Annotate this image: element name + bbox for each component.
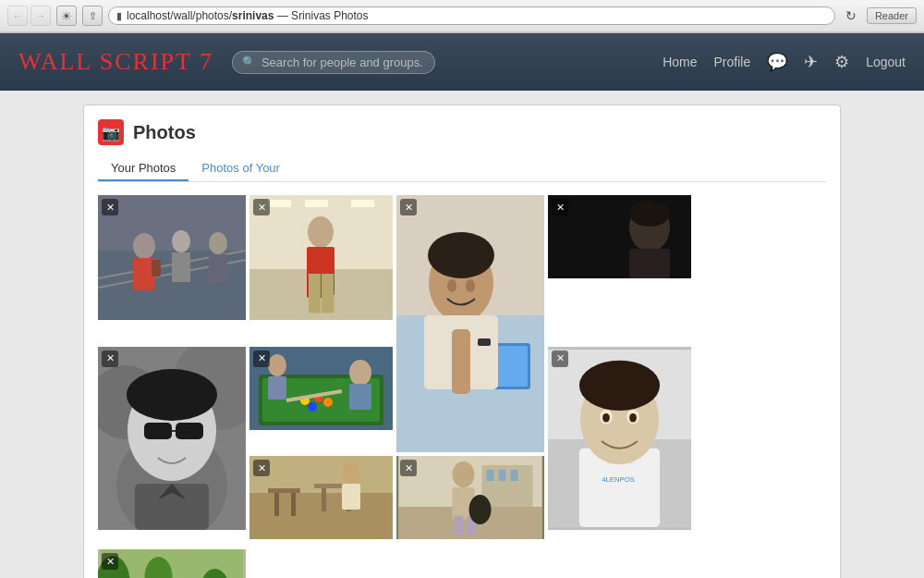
svg-point-57 [349,360,371,386]
svg-point-8 [209,232,227,254]
close-button[interactable]: ✕ [253,460,270,476]
close-button[interactable]: ✕ [102,350,118,367]
close-button[interactable]: ✕ [400,199,417,215]
logout-link[interactable]: Logout [866,55,906,69]
svg-rect-45 [144,423,172,439]
close-button[interactable]: ✕ [552,350,568,367]
svg-rect-46 [176,423,203,439]
svg-point-55 [308,402,317,412]
photo-item[interactable]: ✕ [98,195,246,320]
search-input[interactable] [261,55,425,69]
site-logo: WALL SCRIPT 7 [18,48,213,76]
svg-rect-22 [322,274,334,313]
photo-item[interactable]: ✕ [249,347,393,430]
photos-icon: 📷 [98,119,124,145]
photo-item[interactable]: ✕ [98,347,246,530]
svg-rect-58 [349,384,371,410]
svg-rect-89 [511,470,518,481]
photo-tabs: Your Photos Photos of Your [98,156,826,182]
svg-rect-77 [291,493,296,516]
cloud-button[interactable]: ☀ [56,6,77,26]
reader-button[interactable]: Reader [867,7,917,24]
content-wrapper: 📷 Photos Your Photos Photos of Your ✕ [83,105,841,578]
svg-rect-10 [152,260,161,277]
svg-point-29 [428,232,494,278]
home-link[interactable]: Home [663,55,697,69]
svg-rect-76 [274,493,279,516]
svg-point-56 [323,398,333,407]
globe-icon[interactable]: ✈ [804,52,818,72]
svg-point-31 [466,279,475,292]
share-button[interactable]: ⇧ [82,6,103,26]
address-text: localhost/wall/photos/srinivas — Sriniva… [127,9,369,22]
svg-rect-7 [172,252,190,282]
svg-point-60 [268,354,286,376]
svg-point-44 [127,369,217,421]
forward-button[interactable]: → [30,6,51,26]
photo-item[interactable]: ✕ [396,456,544,539]
svg-text:4LENPOS: 4LENPOS [602,475,635,484]
svg-rect-16 [351,200,374,207]
browser-chrome: ← → ☀ ⇧ ▮ localhost/wall/photos/srinivas… [0,0,924,33]
svg-rect-33 [478,338,491,346]
svg-point-71 [602,412,610,422]
search-icon: 🔍 [242,55,256,68]
close-button[interactable]: ✕ [400,460,417,476]
settings-icon[interactable]: ⚙ [834,52,849,72]
svg-rect-14 [268,200,291,207]
profile-link[interactable]: Profile [713,55,750,69]
svg-point-72 [629,412,637,422]
svg-rect-21 [309,274,321,313]
tab-photos-of-you[interactable]: Photos of Your [188,156,293,181]
svg-point-30 [447,279,456,292]
svg-rect-87 [487,470,494,481]
svg-rect-38 [629,249,670,278]
svg-rect-82 [342,484,360,510]
tab-your-photos[interactable]: Your Photos [98,156,188,181]
svg-rect-34 [452,329,470,394]
svg-rect-61 [268,376,286,400]
svg-rect-74 [249,493,393,539]
svg-point-6 [172,230,190,252]
photo-item[interactable]: ✕ 4LENPOS [548,347,691,530]
back-button[interactable]: ← [7,6,28,26]
svg-rect-9 [209,254,227,282]
page-title: Photos [133,122,196,143]
photo-item[interactable]: ✕ [548,195,691,278]
svg-point-94 [469,495,492,524]
svg-rect-79 [322,488,326,511]
close-button[interactable]: ✕ [102,553,118,570]
search-bar[interactable]: 🔍 [232,51,435,74]
photo-item[interactable]: ✕ [396,195,544,452]
photo-grid: ✕ ✕ [98,195,826,578]
close-button[interactable]: ✕ [552,199,568,215]
close-button[interactable]: ✕ [253,199,270,215]
reload-button[interactable]: ↻ [841,6,861,26]
svg-point-37 [629,201,670,227]
svg-rect-15 [305,200,328,207]
photo-item[interactable]: ✕ [249,456,393,539]
browser-toolbar: ← → ☀ ⇧ ▮ localhost/wall/photos/srinivas… [0,0,924,32]
photo-item[interactable]: ✕ [249,195,393,320]
svg-point-17 [308,216,334,248]
address-bar[interactable]: ▮ localhost/wall/photos/srinivas — Srini… [108,6,835,25]
bookmark-icon: ▮ [116,10,122,22]
navbar: WALL SCRIPT 7 🔍 Home Profile 💬 ✈ ⚙ Logou… [0,33,924,91]
svg-rect-75 [268,488,300,493]
close-button[interactable]: ✕ [253,350,270,367]
svg-point-81 [342,461,360,484]
svg-point-4 [133,233,155,259]
page-content: 📷 Photos Your Photos Photos of Your ✕ [0,91,924,578]
photo-item[interactable]: ✕ [98,549,246,578]
page-header: 📷 Photos [98,119,826,145]
svg-point-90 [453,461,475,487]
nav-links: Home Profile 💬 ✈ ⚙ Logout [663,52,906,72]
close-button[interactable]: ✕ [102,199,118,215]
svg-rect-92 [455,516,464,535]
svg-rect-88 [499,470,506,481]
messages-icon[interactable]: 💬 [767,52,787,72]
svg-point-68 [579,360,660,410]
nav-buttons: ← → [7,6,51,26]
